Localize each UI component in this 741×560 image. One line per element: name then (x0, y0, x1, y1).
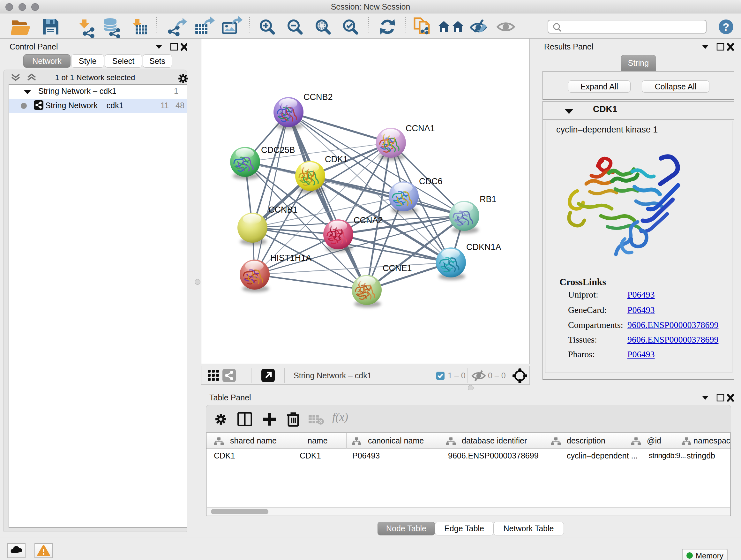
svg-text:HIST1H1A: HIST1H1A (270, 253, 312, 263)
svg-text:?: ? (723, 21, 730, 33)
svg-text:CDK1: CDK1 (325, 154, 348, 164)
svg-text:CCNB2: CCNB2 (304, 92, 333, 102)
svg-text:RB1: RB1 (480, 194, 496, 204)
svg-text:CDKN1A: CDKN1A (466, 242, 501, 252)
svg-text:CCNB1: CCNB1 (268, 205, 298, 214)
svg-text:CCNA1: CCNA1 (406, 124, 435, 133)
svg-text:CCNA2: CCNA2 (354, 215, 383, 225)
svg-text:CDC25B: CDC25B (261, 145, 295, 155)
svg-text:CDC6: CDC6 (419, 177, 443, 186)
svg-text:CCNE1: CCNE1 (383, 263, 412, 273)
